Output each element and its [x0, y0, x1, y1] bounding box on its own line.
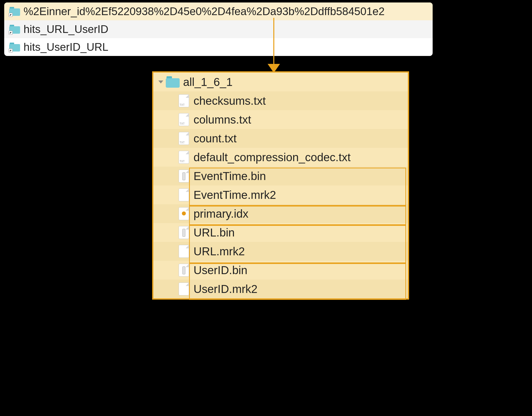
folder-label: hits_UserID_URL — [24, 41, 108, 53]
idx-file-icon — [179, 207, 189, 220]
bin-file-icon — [179, 226, 189, 239]
parent-folder-row[interactable]: all_1_6_1 — [153, 73, 408, 91]
file-icon — [179, 245, 189, 258]
file-label: EventTime.mrk2 — [194, 188, 276, 202]
file-row[interactable]: EventTime.mrk2 — [153, 185, 408, 204]
file-label: primary.idx — [194, 207, 249, 220]
file-row[interactable]: EventTime.bin — [153, 167, 408, 185]
file-label: checksums.txt — [194, 94, 266, 107]
folder-alias-icon — [9, 43, 20, 52]
folder-label: hits_URL_UserID — [24, 23, 108, 35]
file-row[interactable]: primary.idx — [153, 204, 408, 223]
folder-row-hits-url-userid[interactable]: hits_URL_UserID — [4, 20, 433, 38]
chevron-down-icon[interactable] — [158, 80, 163, 83]
bin-file-icon — [179, 264, 189, 277]
folder-alias-icon — [9, 25, 20, 34]
file-label: EventTime.bin — [194, 169, 266, 183]
pointer-arrow-line — [273, 18, 274, 66]
file-row[interactable]: UserID.mrk2 — [153, 280, 408, 298]
parent-folder-label: all_1_6_1 — [183, 75, 233, 89]
file-label: default_compression_codec.txt — [194, 151, 351, 164]
file-label: URL.mrk2 — [194, 245, 245, 258]
txt-file-icon — [179, 132, 189, 145]
bin-file-icon — [179, 170, 189, 182]
file-label: UserID.mrk2 — [194, 282, 257, 296]
file-label: URL.bin — [194, 226, 235, 239]
file-row[interactable]: default_compression_codec.txt — [153, 148, 408, 167]
file-row[interactable]: URL.mrk2 — [153, 242, 408, 261]
file-label: UserID.bin — [194, 263, 247, 277]
file-icon — [179, 188, 189, 201]
folder-contents-panel: all_1_6_1 checksums.txt columns.txt coun… — [152, 71, 409, 300]
folder-row-inner-id[interactable]: %2Einner_id%2Ef5220938%2D45e0%2D4fea%2Da… — [4, 2, 433, 20]
file-row[interactable]: checksums.txt — [153, 91, 408, 110]
file-row[interactable]: count.txt — [153, 129, 408, 148]
folder-label: %2Einner_id%2Ef5220938%2D45e0%2D4fea%2Da… — [24, 5, 385, 18]
folder-row-hits-userid-url[interactable]: hits_UserID_URL — [4, 38, 433, 56]
file-icon — [179, 283, 189, 295]
txt-file-icon — [179, 113, 189, 126]
file-label: columns.txt — [194, 113, 251, 126]
txt-file-icon — [179, 94, 189, 107]
folder-alias-icon — [9, 7, 20, 16]
folder-icon — [166, 76, 180, 88]
file-row[interactable]: URL.bin — [153, 223, 408, 242]
txt-file-icon — [179, 151, 189, 164]
file-row[interactable]: UserID.bin — [153, 261, 408, 280]
top-folder-list: %2Einner_id%2Ef5220938%2D45e0%2D4fea%2Da… — [4, 2, 433, 56]
file-row[interactable]: columns.txt — [153, 110, 408, 129]
file-label: count.txt — [194, 132, 237, 145]
